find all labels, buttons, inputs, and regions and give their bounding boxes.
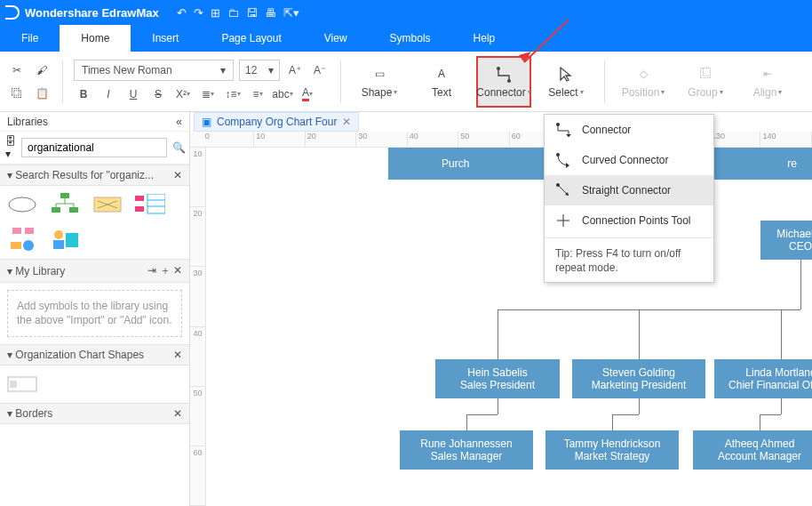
save-icon[interactable]: 🖫 — [246, 6, 258, 20]
app-logo: Wondershare EdrawMax — [5, 5, 159, 20]
shape-thumb[interactable] — [48, 191, 82, 218]
font-size-select[interactable]: 12▾ — [239, 60, 280, 81]
superscript-icon[interactable]: X² — [173, 84, 193, 104]
menu-symbols[interactable]: Symbols — [369, 25, 452, 52]
app-title: Wondershare EdrawMax — [25, 6, 159, 20]
org-node[interactable]: Rune JohannessenSales Manager — [400, 430, 533, 470]
svg-rect-22 — [10, 381, 17, 388]
add-icon[interactable]: ＋ — [160, 264, 171, 277]
svg-point-1 — [507, 79, 511, 83]
svg-point-4 — [9, 197, 36, 212]
copy-icon[interactable]: ⿻ — [7, 84, 27, 103]
close-icon[interactable]: ✕ — [173, 407, 182, 420]
document-tab[interactable]: ▣ Company Org Chart Four ✕ — [194, 112, 359, 132]
redo-icon[interactable]: ↷ — [194, 6, 203, 20]
svg-rect-15 — [25, 228, 34, 234]
straight-connector-option[interactable]: Straight Connector — [545, 175, 713, 205]
connector-option[interactable]: Connector — [545, 115, 713, 145]
org-edge — [498, 398, 498, 414]
font-grow-icon[interactable]: A⁺ — [285, 60, 305, 80]
search-results-panel[interactable]: ▾ Search Results for "organiz... ✕ — [0, 165, 189, 186]
svg-rect-14 — [12, 228, 21, 234]
shape-thumb[interactable] — [48, 227, 82, 253]
close-tab-icon[interactable]: ✕ — [342, 116, 351, 128]
org-node[interactable]: Linda MortlandChief Financial Officer — [714, 359, 812, 398]
font-color-icon[interactable]: A — [298, 84, 317, 104]
close-icon[interactable]: ✕ — [173, 349, 182, 361]
my-library-panel[interactable]: ▾ My Library ⇥ ＋ ✕ — [0, 259, 189, 283]
canvas[interactable]: Purch re Michael DCEOHein SabelisSales P… — [206, 148, 812, 506]
align-tool[interactable]: ⇤ Align — [740, 56, 795, 108]
ribbon: ✂ 🖌 ⿻ 📋 Times New Roman▾ 12▾ A⁺ A⁻ B I U… — [0, 52, 812, 112]
undo-icon[interactable]: ↶ — [177, 6, 187, 20]
cut-icon[interactable]: ✂ — [7, 60, 27, 80]
org-node[interactable]: Atheeq AhmedAccount Manager — [693, 430, 812, 470]
select-tool[interactable]: Select — [538, 56, 593, 108]
paste-icon[interactable]: 📋 — [32, 84, 52, 103]
underline-icon[interactable]: U — [123, 84, 143, 104]
bullets-icon[interactable]: ≣ — [198, 84, 218, 104]
shape-thumb[interactable] — [5, 191, 39, 218]
org-node[interactable]: Michael DCEO — [760, 221, 812, 260]
curved-connector-option[interactable]: Curved Connector — [545, 145, 713, 175]
shape-thumb[interactable] — [5, 371, 39, 398]
search-icon[interactable]: 🔍 — [172, 141, 186, 154]
align-icon: ⇤ — [759, 65, 776, 83]
bold-icon[interactable]: B — [74, 84, 93, 104]
format-painter-icon[interactable]: 🖌 — [32, 60, 52, 80]
document-tab-label: Company Org Chart Four — [217, 116, 337, 128]
library-picker-icon[interactable]: 🗄▾ — [5, 135, 16, 160]
org-node[interactable]: Hein SabelisSales President — [435, 359, 560, 398]
org-edge — [612, 414, 613, 430]
connector-tip: Tip: Press F4 to turn on/off repeat mode… — [545, 240, 713, 282]
borders-panel[interactable]: ▾ Borders ✕ — [0, 403, 189, 424]
position-tool[interactable]: ◇ Position — [616, 56, 671, 108]
org-edge — [612, 414, 639, 415]
org-edge — [639, 309, 800, 310]
italic-icon[interactable]: I — [99, 84, 118, 104]
svg-rect-10 — [135, 206, 144, 212]
open-icon[interactable]: 🗀 — [227, 6, 239, 20]
text-tool[interactable]: A Text — [414, 56, 469, 108]
org-node[interactable]: Steven GoldingMarketing President — [572, 359, 705, 398]
menu-file[interactable]: File — [0, 25, 60, 52]
font-family-select[interactable]: Times New Roman▾ — [74, 60, 234, 81]
shape-thumb[interactable] — [91, 191, 124, 218]
app-logo-icon — [5, 5, 20, 20]
org-edge — [498, 309, 498, 359]
close-icon[interactable]: ✕ — [173, 264, 182, 277]
ruler-vertical: 102030405060 — [190, 148, 206, 506]
svg-rect-19 — [53, 240, 64, 249]
org-edge — [781, 398, 782, 414]
strike-icon[interactable]: S — [148, 84, 168, 104]
line-spacing-icon[interactable]: ↕≡ — [223, 84, 243, 104]
org-shapes-panel[interactable]: ▾ Organization Chart Shapes ✕ — [0, 344, 189, 365]
menu-view[interactable]: View — [303, 25, 369, 52]
import-icon[interactable]: ⇥ — [147, 264, 156, 277]
text-case-icon[interactable]: abc — [273, 84, 292, 104]
collapse-panel-icon[interactable]: « — [176, 116, 182, 128]
font-shrink-icon[interactable]: A⁻ — [310, 60, 330, 80]
canvas-area: ▣ Company Org Chart Four ✕ 0102030405060… — [190, 112, 812, 506]
connection-points-option[interactable]: Connection Points Tool — [545, 205, 713, 236]
connector-tool[interactable]: Connector — [476, 56, 531, 108]
menu-page-layout[interactable]: Page Layout — [200, 25, 302, 52]
library-search-input[interactable] — [21, 138, 167, 157]
print-icon[interactable]: 🖶 — [265, 6, 276, 20]
menu-home[interactable]: Home — [60, 25, 131, 52]
shape-tool[interactable]: ▭ Shape — [352, 56, 407, 108]
new-icon[interactable]: ⊞ — [211, 6, 220, 20]
svg-rect-9 — [135, 196, 144, 201]
menu-help[interactable]: Help — [452, 25, 517, 52]
group-tool[interactable]: ⿺ Group — [678, 56, 733, 108]
menu-insert[interactable]: Insert — [131, 25, 200, 52]
shape-thumb[interactable] — [5, 227, 39, 253]
my-library-hint: Add symbols to the library using the abo… — [7, 290, 182, 337]
org-edge — [800, 260, 801, 309]
org-node[interactable]: Tammy HendricksonMarket Strategy — [545, 430, 679, 470]
align-text-icon[interactable]: ≡ — [248, 84, 267, 104]
shape-thumb[interactable] — [133, 191, 167, 218]
ruler-horizontal: 0102030405060120130140 — [190, 132, 812, 148]
export-icon[interactable]: ⇱▾ — [283, 6, 299, 20]
close-icon[interactable]: ✕ — [173, 169, 182, 181]
